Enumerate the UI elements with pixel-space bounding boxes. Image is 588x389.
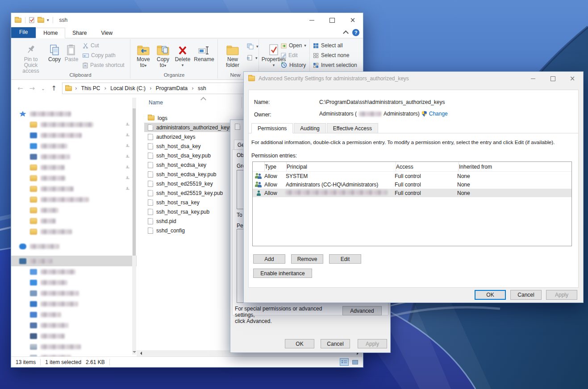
cut-button[interactable]: Cut — [83, 41, 99, 50]
file-row[interactable]: ssh_host_ed25519_key — [144, 179, 243, 188]
up-button[interactable]: ↑ — [51, 84, 57, 92]
sidebar-item[interactable] — [11, 162, 137, 173]
properties-ok-button[interactable]: OK — [285, 339, 314, 348]
maximize-button[interactable] — [322, 13, 342, 27]
sidebar-item[interactable] — [11, 183, 137, 194]
select-all-button[interactable]: Select all — [313, 41, 343, 50]
sidebar-item[interactable] — [11, 141, 137, 151]
tab-view[interactable]: View — [94, 28, 120, 38]
close-button[interactable]: × — [342, 13, 363, 27]
tab-permissions[interactable]: Permissions — [251, 123, 293, 133]
file-row[interactable]: ssh_host_dsa_key.pub — [144, 151, 243, 160]
col-principal[interactable]: Principal — [287, 162, 396, 171]
sidebar-item[interactable] — [11, 173, 137, 183]
breadcrumb-programdata[interactable]: ProgramData — [155, 85, 188, 91]
col-access[interactable]: Access — [396, 162, 459, 171]
sidebar-item[interactable] — [11, 320, 137, 331]
nav-pane-scrollbar[interactable] — [132, 98, 136, 355]
open-button[interactable]: Open▾ — [281, 41, 306, 50]
sidebar-item[interactable] — [11, 241, 137, 252]
pin-to-quick-access-button[interactable]: Pin to Quick access — [17, 41, 44, 74]
sidebar-item[interactable] — [11, 226, 137, 237]
file-row[interactable]: sshd.pid — [144, 216, 243, 226]
col-inherited-from[interactable]: Inherited from — [459, 164, 571, 170]
file-row[interactable]: ssh_host_ecdsa_key.pub — [144, 170, 243, 179]
change-owner-link[interactable]: Change — [429, 111, 448, 117]
file-row[interactable]: ssh_host_ecdsa_key — [144, 160, 243, 170]
add-button[interactable]: Add — [253, 254, 285, 264]
sidebar-item[interactable] — [11, 298, 137, 309]
minimize-button[interactable] — [301, 13, 322, 27]
sidebar-item[interactable] — [11, 194, 137, 205]
move-to-button[interactable]: Move to▾ — [134, 41, 152, 69]
paste-shortcut-button[interactable]: Paste shortcut — [83, 61, 125, 70]
ok-button[interactable]: OK — [475, 290, 506, 300]
copy-button[interactable]: Copy — [47, 41, 62, 62]
delete-button[interactable]: Delete▾ — [174, 41, 192, 68]
breadcrumb-this-pc[interactable]: This PC — [80, 85, 101, 91]
sidebar-item[interactable] — [11, 288, 137, 298]
dialog-close-button[interactable]: × — [563, 72, 582, 85]
qat-dropdown-icon[interactable]: ▾ — [47, 18, 49, 22]
history-button[interactable]: History — [281, 61, 306, 70]
sidebar-item[interactable] — [11, 205, 137, 215]
collapse-ribbon-icon[interactable] — [343, 30, 349, 36]
sidebar-item[interactable] — [11, 352, 137, 356]
properties-qat-icon[interactable] — [29, 17, 35, 23]
tab-auditing[interactable]: Auditing — [294, 123, 325, 133]
sidebar-item[interactable] — [11, 341, 137, 352]
help-icon[interactable]: ? — [352, 29, 359, 36]
sidebar-item[interactable] — [11, 309, 137, 320]
sidebar-item[interactable] — [11, 277, 137, 288]
sidebar-item[interactable] — [11, 108, 137, 119]
file-row[interactable]: administrators_authorized_keys — [144, 123, 243, 132]
forward-button[interactable]: → — [29, 84, 35, 92]
dialog-maximize-button[interactable] — [543, 72, 563, 85]
column-header-name[interactable]: Name — [149, 99, 163, 106]
nav-scrollbar-down-arrow[interactable] — [133, 351, 136, 355]
dialog-minimize-button[interactable] — [523, 72, 543, 85]
select-none-button[interactable]: Select none — [313, 51, 349, 60]
invert-selection-button[interactable]: Invert selection — [313, 61, 357, 70]
breadcrumb-local-disk[interactable]: Local Disk (C:) — [109, 85, 146, 91]
sidebar-item[interactable] — [11, 256, 137, 266]
tab-share[interactable]: Share — [65, 28, 94, 38]
sidebar-item[interactable] — [11, 331, 137, 341]
sidebar-item[interactable] — [11, 130, 137, 141]
edit-button[interactable]: Edit — [281, 51, 298, 60]
enable-inheritance-button[interactable]: Enable inheritance — [253, 269, 312, 278]
cancel-button[interactable]: Cancel — [510, 290, 542, 300]
tab-effective-access[interactable]: Effective Access — [327, 123, 378, 133]
back-button[interactable]: ← — [17, 84, 23, 92]
permission-entry-row[interactable]: AllowAdministrators (CC-HQ\Administrator… — [253, 180, 571, 189]
breadcrumb-ssh[interactable]: ssh — [197, 85, 207, 91]
properties-cancel-button[interactable]: Cancel — [321, 339, 350, 348]
file-row[interactable]: authorized_keys — [144, 132, 243, 141]
scroll-left-arrow[interactable] — [138, 352, 142, 355]
copy-to-button[interactable]: Copy to▾ — [154, 41, 172, 69]
sidebar-item[interactable] — [11, 266, 137, 277]
sidebar-item[interactable] — [11, 151, 137, 162]
copy-path-button[interactable]: w Copy path — [83, 51, 116, 60]
file-row[interactable]: sshd_config — [144, 226, 243, 235]
column-divider[interactable] — [242, 97, 242, 108]
rename-button[interactable]: Rename — [193, 41, 215, 62]
recent-locations-icon[interactable]: ⌄ — [41, 86, 45, 91]
easy-access-button[interactable]: ▾ — [247, 54, 258, 62]
file-row[interactable]: ssh_host_dsa_key — [144, 141, 243, 151]
file-row[interactable]: logs — [144, 113, 243, 123]
tab-home[interactable]: Home — [36, 28, 65, 38]
col-type[interactable]: Type — [265, 162, 287, 171]
file-row[interactable]: ssh_host_rsa_key — [144, 198, 243, 207]
details-view-button[interactable] — [340, 358, 349, 366]
permission-entry-row[interactable]: AllowSYSTEMFull controlNone — [253, 172, 571, 180]
thumbnails-view-button[interactable] — [350, 358, 359, 366]
tab-file[interactable]: File — [11, 27, 36, 38]
paste-button[interactable]: Paste — [64, 41, 79, 62]
sidebar-item[interactable] — [11, 215, 137, 226]
sidebar-item[interactable] — [11, 119, 137, 130]
edit-button[interactable]: Edit — [329, 254, 361, 264]
file-row[interactable]: ssh_host_rsa_key.pub — [144, 207, 243, 216]
permission-entry-row[interactable]: AllowFull controlNone — [253, 189, 571, 197]
new-folder-qat-icon[interactable] — [38, 18, 44, 23]
